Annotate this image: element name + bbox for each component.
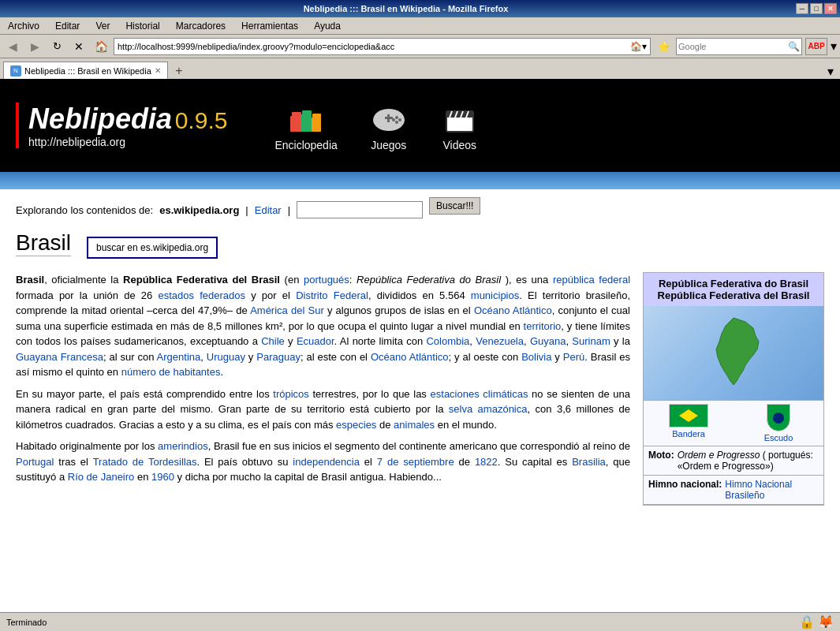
infobox-flag: Bandera bbox=[644, 401, 734, 446]
tab-close-button[interactable]: ✕ bbox=[155, 66, 161, 75]
nav-videos[interactable]: Videos bbox=[440, 100, 480, 151]
selva-link[interactable]: selva amazónica bbox=[449, 403, 528, 415]
minimize-button[interactable]: ─ bbox=[796, 3, 808, 14]
arrow-down-button[interactable]: ▾ bbox=[831, 39, 837, 54]
editar-link[interactable]: Editar bbox=[255, 204, 282, 216]
menu-ver[interactable]: Ver bbox=[91, 19, 114, 33]
svg-rect-5 bbox=[312, 114, 321, 129]
oceano2-link[interactable]: Océano Atlántico bbox=[371, 351, 449, 363]
infobox-shield: Escudo bbox=[734, 401, 823, 446]
buscar-button[interactable]: Buscar!!! bbox=[429, 197, 480, 215]
explore-bar: Explorando los contenidos de: es.wikiped… bbox=[16, 197, 824, 222]
tab-label: Neblipedia ::: Brasil en Wikipedia bbox=[24, 66, 151, 76]
security-icon: 🔒 bbox=[799, 614, 815, 629]
svg-rect-8 bbox=[387, 114, 390, 122]
menubar: Archivo Editar Ver Historial Marcadores … bbox=[0, 17, 840, 35]
bolivia-link[interactable]: Bolivia bbox=[521, 351, 551, 363]
menu-ayuda[interactable]: Ayuda bbox=[309, 19, 345, 33]
back-button[interactable]: ◀ bbox=[3, 37, 22, 56]
habitantes-link[interactable]: número de habitantes bbox=[121, 366, 221, 378]
menu-herramientas[interactable]: Herramientas bbox=[237, 19, 303, 33]
uruguay-link[interactable]: Uruguay bbox=[207, 351, 245, 363]
nav-videos-label: Videos bbox=[443, 139, 477, 151]
forward-button[interactable]: ▶ bbox=[25, 37, 44, 56]
republica-federal-link[interactable]: república federal bbox=[553, 274, 630, 286]
venezuela-link[interactable]: Venezuela bbox=[476, 335, 524, 347]
address-bar[interactable]: 🏠 ▾ bbox=[114, 38, 651, 55]
infobox-motto-row: Moto: Ordem e Progresso ( portugués: «Or… bbox=[644, 446, 823, 476]
tropicos-link[interactable]: trópicos bbox=[273, 388, 309, 400]
status-bar: Terminado 🔒 🦊 bbox=[0, 612, 840, 631]
paragraph-2: En su mayor parte, el país está comprend… bbox=[16, 386, 630, 433]
close-button[interactable]: ✕ bbox=[824, 3, 837, 14]
infobox-title2: República Federativa del Brasil bbox=[648, 289, 819, 301]
wiki-search-button[interactable]: buscar en es.wikipedia.org bbox=[87, 237, 218, 259]
menu-historial[interactable]: Historial bbox=[121, 19, 164, 33]
surinam-link[interactable]: Surinam bbox=[572, 335, 610, 347]
article-text: Brasil, oficialmente la República Federa… bbox=[16, 272, 630, 506]
tordesillas-link[interactable]: Tratado de Tordesillas bbox=[93, 456, 197, 468]
infobox-anthem-row: Himno nacional: Himno Nacional Brasileño bbox=[644, 476, 823, 505]
infobox-anthem-link[interactable]: Himno Nacional Brasileño bbox=[725, 479, 819, 501]
content-area: Brasil, oficialmente la República Federa… bbox=[16, 272, 824, 506]
window-controls[interactable]: ─ □ ✕ bbox=[796, 3, 837, 14]
brasil-map-svg bbox=[702, 314, 765, 393]
toolbar: ◀ ▶ ↻ ✕ 🏠 🏠 ▾ ⭐ 🔍 ABP ▾ bbox=[0, 35, 840, 58]
paraguay-link[interactable]: Paraguay bbox=[256, 351, 301, 363]
status-text: Terminado bbox=[6, 618, 47, 627]
portugues-link[interactable]: portugués bbox=[304, 274, 349, 286]
infobox-title: República Federativa do Brasil República… bbox=[644, 273, 823, 306]
df-link[interactable]: Distrito Federal bbox=[296, 289, 368, 301]
explore-search-input[interactable] bbox=[297, 201, 423, 218]
bookmark-button[interactable]: ⭐ bbox=[654, 37, 673, 56]
menu-editar[interactable]: Editar bbox=[50, 19, 84, 33]
svg-rect-3 bbox=[302, 110, 312, 129]
territorio-link[interactable]: territorio bbox=[524, 320, 562, 332]
search-submit-button[interactable]: 🔍 bbox=[787, 39, 800, 54]
guyana-link[interactable]: Guyana bbox=[530, 335, 566, 347]
independencia-link[interactable]: independencia bbox=[293, 456, 360, 468]
stop-button[interactable]: ✕ bbox=[69, 37, 88, 56]
tabs-bar: N Neblipedia ::: Brasil en Wikipedia ✕ +… bbox=[0, 58, 840, 79]
peru-link[interactable]: Perú bbox=[563, 351, 584, 363]
reload-button[interactable]: ↻ bbox=[47, 37, 66, 56]
amerindios-link[interactable]: amerindios bbox=[158, 440, 208, 452]
site-nav: Enciclopedia Juegos bbox=[274, 100, 479, 151]
svg-rect-1 bbox=[292, 112, 301, 129]
septiembre-link[interactable]: 7 de septiembre bbox=[377, 456, 454, 468]
menu-archivo[interactable]: Archivo bbox=[3, 19, 44, 33]
bandera-link[interactable]: Bandera bbox=[672, 429, 705, 439]
logo-container: Neblipedia 0.9.5 http://neblipedia.org bbox=[16, 103, 227, 148]
municipios-link[interactable]: municipios bbox=[471, 289, 519, 301]
animales-link[interactable]: animales bbox=[394, 419, 435, 431]
oceano-link[interactable]: Océano Atlántico bbox=[474, 304, 552, 316]
colombia-link[interactable]: Colombia bbox=[426, 335, 469, 347]
1960-link[interactable]: 1960 bbox=[151, 471, 174, 483]
ecuador-link[interactable]: Ecuador bbox=[297, 335, 334, 347]
estaciones-link[interactable]: estaciones climáticas bbox=[431, 388, 528, 400]
tabs-list-button[interactable]: ▾ bbox=[827, 64, 834, 79]
gamepad-icon bbox=[369, 100, 409, 136]
restore-button[interactable]: □ bbox=[810, 3, 823, 14]
infobox-title1: República Federativa do Brasil bbox=[648, 278, 819, 289]
nav-juegos[interactable]: Juegos bbox=[369, 100, 409, 151]
estados-link[interactable]: estados federados bbox=[158, 289, 245, 301]
adblock-button[interactable]: ABP bbox=[805, 38, 827, 55]
search-input[interactable] bbox=[678, 42, 787, 51]
brasilia-link[interactable]: Brasilia bbox=[572, 456, 606, 468]
home-button[interactable]: 🏠 bbox=[91, 37, 110, 56]
address-input[interactable] bbox=[118, 42, 630, 51]
guayana-link[interactable]: Guayana Francesa bbox=[16, 351, 103, 363]
1822-link[interactable]: 1822 bbox=[475, 456, 498, 468]
nav-enciclopedia[interactable]: Enciclopedia bbox=[274, 100, 337, 151]
portugal-link[interactable]: Portugal bbox=[16, 456, 54, 468]
active-tab[interactable]: N Neblipedia ::: Brasil en Wikipedia ✕ bbox=[3, 62, 168, 79]
chile-link[interactable]: Chile bbox=[261, 335, 285, 347]
rio-link[interactable]: Río de Janeiro bbox=[68, 471, 135, 483]
argentina-link[interactable]: Argentina bbox=[157, 351, 201, 363]
menu-marcadores[interactable]: Marcadores bbox=[171, 19, 230, 33]
america-sur-link[interactable]: América del Sur bbox=[250, 304, 324, 316]
especies-link[interactable]: especies bbox=[336, 419, 376, 431]
escudo-link[interactable]: Escudo bbox=[764, 433, 793, 442]
new-tab-button[interactable]: + bbox=[171, 63, 187, 79]
